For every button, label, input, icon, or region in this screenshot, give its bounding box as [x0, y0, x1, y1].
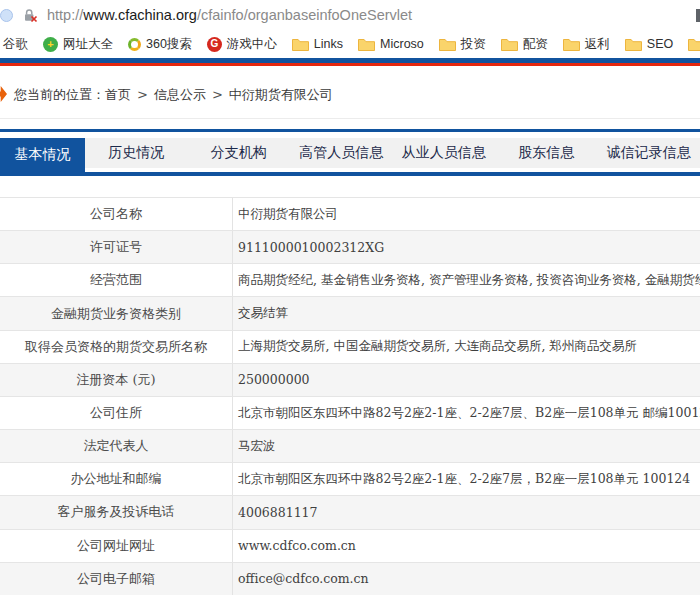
breadcrumb: 您当前的位置：首页>信息公示>中衍期货有限公司 [0, 66, 700, 119]
bookmark-label: SEO [647, 37, 673, 51]
field-value: 交易结算 [233, 297, 700, 329]
tab-executives[interactable]: 高管人员信息 [290, 138, 393, 168]
bookmark-label: 游戏中心 [227, 36, 277, 53]
table-row-service-phone: 客户服务及投诉电话 4006881117 [0, 496, 700, 529]
table-row-license-no: 许可证号 9111000010002312XG [0, 231, 700, 264]
green-nav-icon: + [43, 37, 58, 52]
table-row-company-name: 公司名称 中衍期货有限公司 [0, 198, 700, 231]
table-row-company-address: 公司住所 北京市朝阳区东四环中路82号2座2-1座、2-2座7层、B2座一层10… [0, 397, 700, 430]
tab-practitioners[interactable]: 从业人员信息 [393, 138, 496, 168]
field-label: 公司住所 [0, 397, 233, 429]
bookmark-microsoft[interactable]: Microso [358, 37, 424, 51]
field-value: 马宏波 [233, 430, 700, 462]
bookmark-touzi[interactable]: 投资 [439, 36, 486, 53]
field-label: 客户服务及投诉电话 [0, 496, 233, 528]
breadcrumb-info-disclosure-link[interactable]: 信息公示 [154, 87, 206, 102]
field-value: 北京市朝阳区东四环中路82号2座2-1座、2-2座7层、B2座一层108单元 邮… [233, 397, 700, 429]
bookmark-fanli[interactable]: 返利 [563, 36, 610, 53]
field-value: 4006881117 [233, 496, 700, 528]
ring-360-icon [128, 38, 141, 51]
field-value: www.cdfco.com.cn [233, 530, 700, 562]
tab-shareholders[interactable]: 股东信息 [495, 138, 598, 168]
field-value: office@cdfco.com.cn [233, 563, 700, 595]
tab-credit-records[interactable]: 诚信记录信息 [598, 138, 700, 168]
breadcrumb-home-link[interactable]: 首页 [105, 87, 131, 102]
breadcrumb-separator: > [137, 87, 148, 102]
bookmark-google[interactable]: 谷歌 [3, 36, 28, 53]
tab-bar: 基本情况 历史情况 分支机构 高管人员信息 从业人员信息 股东信息 诚信记录信息 [0, 138, 700, 172]
table-row-website: 公司网址网址 www.cdfco.com.cn [0, 530, 700, 563]
tab-loading-dot-icon [0, 9, 13, 22]
tab-history[interactable]: 历史情况 [85, 138, 188, 168]
field-value: 北京市朝阳区东四环中路82号2座2-1座、2-2座7层，B2座一层108单元 1… [233, 463, 700, 495]
breadcrumb-current-page: 中衍期货有限公司 [229, 87, 333, 102]
folder-icon [563, 38, 580, 51]
field-label: 公司名称 [0, 198, 233, 230]
field-label: 取得会员资格的期货交易所名称 [0, 331, 233, 363]
field-label: 经营范围 [0, 264, 233, 296]
bookmarks-bar: 谷歌 + 网址大全 360搜索 G 游戏中心 Links Microso 投资 … [0, 30, 700, 58]
bookmark-site-nav[interactable]: + 网址大全 [43, 36, 113, 53]
folder-icon [501, 38, 518, 51]
bookmark-360-search[interactable]: 360搜索 [128, 36, 192, 53]
bookmark-label: Microso [380, 37, 424, 51]
url-host: www.cfachina.org [83, 7, 197, 23]
field-value: 商品期货经纪, 基金销售业务资格, 资产管理业务资格, 投资咨询业务资格, 金融… [233, 264, 700, 296]
table-row-registered-capital: 注册资本 (元) 250000000 [0, 364, 700, 397]
breadcrumb-separator: > [212, 87, 223, 102]
field-label: 法定代表人 [0, 430, 233, 462]
table-row-legal-representative: 法定代表人 马宏波 [0, 430, 700, 463]
field-label: 金融期货业务资格类别 [0, 297, 233, 329]
table-row-business-scope: 经营范围 商品期货经纪, 基金销售业务资格, 资产管理业务资格, 投资咨询业务资… [0, 264, 700, 297]
field-label: 许可证号 [0, 231, 233, 263]
bookmark-peizi[interactable]: 配资 [501, 36, 548, 53]
bookmark-wuliu[interactable]: 物流 [688, 36, 700, 53]
url-field[interactable]: http://www.cfachina.org/cfainfo/organbas… [47, 7, 412, 23]
folder-icon [292, 38, 309, 51]
browser-menu-icon[interactable] [696, 9, 700, 22]
field-value: 9111000010002312XG [233, 231, 700, 263]
bookmark-label: Links [314, 37, 343, 51]
field-value: 上海期货交易所, 中国金融期货交易所, 大连商品交易所, 郑州商品交易所 [233, 331, 700, 363]
tab-branches[interactable]: 分支机构 [188, 138, 291, 168]
tab-basic-info[interactable]: 基本情况 [0, 138, 85, 172]
folder-icon [688, 38, 700, 51]
bookmark-game-center[interactable]: G 游戏中心 [207, 36, 277, 53]
bookmark-label: 返利 [585, 36, 610, 53]
table-row-financial-futures-qualification: 金融期货业务资格类别 交易结算 [0, 297, 700, 330]
game-center-icon: G [207, 37, 222, 52]
field-label: 公司电子邮箱 [0, 563, 233, 595]
field-value: 250000000 [233, 364, 700, 396]
field-value: 中衍期货有限公司 [233, 198, 700, 230]
url-path: /cfainfo/organbaseinfoOneServlet [197, 7, 412, 23]
field-label: 办公地址和邮编 [0, 463, 233, 495]
folder-icon [358, 38, 375, 51]
table-row-office-address: 办公地址和邮编 北京市朝阳区东四环中路82号2座2-1座、2-2座7层，B2座一… [0, 463, 700, 496]
breadcrumb-arrow-icon [0, 86, 7, 102]
bookmark-seo[interactable]: SEO [625, 37, 673, 51]
field-label: 公司网址网址 [0, 530, 233, 562]
bookmark-label: 网址大全 [63, 36, 113, 53]
bookmark-label: 投资 [461, 36, 486, 53]
bookmark-label: 360搜索 [146, 36, 192, 53]
field-label: 注册资本 (元) [0, 364, 233, 396]
breadcrumb-prefix: 您当前的位置： [14, 87, 105, 102]
folder-icon [439, 38, 456, 51]
tabs-bottom-rule [0, 172, 700, 176]
bookmark-label: 配资 [523, 36, 548, 53]
folder-icon [625, 38, 642, 51]
bookmark-links[interactable]: Links [292, 37, 343, 51]
table-row-exchange-memberships: 取得会员资格的期货交易所名称 上海期货交易所, 中国金融期货交易所, 大连商品交… [0, 331, 700, 364]
company-info-table: 公司名称 中衍期货有限公司 许可证号 9111000010002312XG 经营… [0, 197, 700, 595]
tabs-top-rule [0, 129, 700, 132]
table-row-email: 公司电子邮箱 office@cdfco.com.cn [0, 563, 700, 595]
bookmark-label: 谷歌 [3, 36, 28, 53]
insecure-lock-icon[interactable] [22, 8, 38, 23]
url-scheme: http:// [47, 7, 83, 23]
address-bar[interactable]: http://www.cfachina.org/cfainfo/organbas… [0, 0, 700, 30]
